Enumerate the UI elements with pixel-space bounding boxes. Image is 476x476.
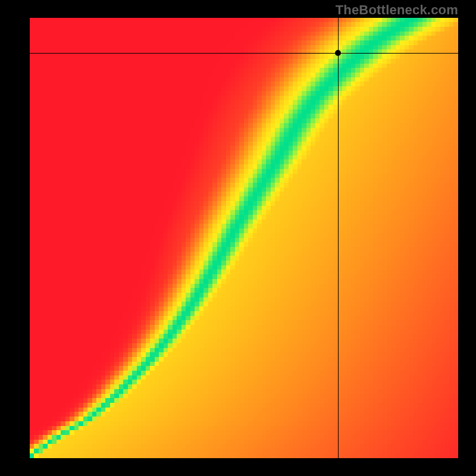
watermark-text: TheBottleneck.com xyxy=(336,2,458,18)
heatmap-plot xyxy=(30,18,458,458)
crosshair-vertical xyxy=(338,18,339,458)
chart-container: TheBottleneck.com xyxy=(0,0,476,476)
crosshair-horizontal xyxy=(30,53,458,54)
heatmap-canvas xyxy=(30,18,458,458)
marker-dot xyxy=(335,50,341,56)
